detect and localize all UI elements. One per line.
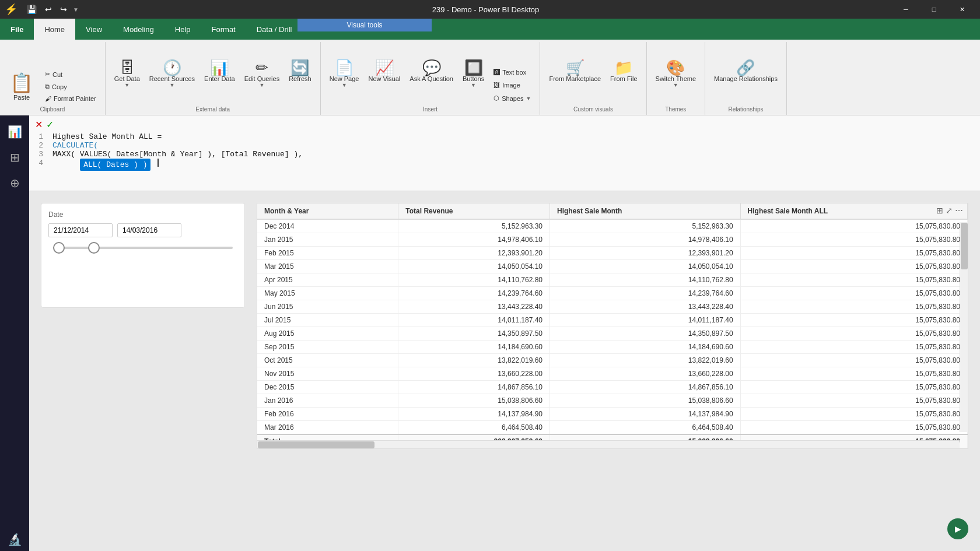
scroll-thumb-vertical[interactable] (961, 223, 968, 269)
switch-theme-arrow: ▼ (673, 82, 678, 88)
tab-file[interactable]: File (0, 19, 34, 40)
switch-theme-button[interactable]: 🎨 Switch Theme ▼ (652, 57, 701, 104)
table-cell: 15,075,830.80 (740, 219, 967, 233)
sidebar-report-icon[interactable]: 📊 (3, 120, 26, 143)
vertical-scrollbar[interactable] (960, 222, 968, 432)
format-painter-button[interactable]: 🖌 Format Painter (41, 93, 100, 104)
enter-data-icon: 📊 (210, 60, 229, 75)
tab-home[interactable]: Home (34, 19, 75, 40)
table-cell: Jan 2015 (257, 233, 398, 247)
data-table: Month & Year Total Revenue Highest Sale … (257, 203, 968, 448)
table-cell: Apr 2015 (257, 273, 398, 287)
manage-relationships-button[interactable]: 🔗 Manage Relationships (710, 57, 782, 104)
formula-controls: ✕ ✓ (35, 119, 974, 130)
subscribe-button[interactable]: ▶ (947, 518, 968, 539)
table-row: Jun 201513,443,228.4013,443,228.4015,075… (257, 300, 968, 314)
table-cell: Sep 2015 (257, 341, 398, 354)
textbox-button[interactable]: 🅰 Text box (489, 67, 535, 78)
quick-access-toolbar: ⚡ 💾 ↩ ↪ ▼ (5, 3, 79, 16)
tab-format[interactable]: Format (201, 19, 246, 40)
table-cell: 14,050,054.10 (550, 260, 741, 273)
table-cell: 14,110,762.80 (398, 273, 550, 287)
from-marketplace-button[interactable]: 🛒 From Marketplace (545, 57, 605, 104)
formula-confirm-button[interactable]: ✓ (46, 119, 54, 130)
slider-thumb-end[interactable] (88, 242, 100, 254)
table-cell: 15,075,830.80 (740, 327, 967, 341)
maximize-button[interactable]: □ (921, 0, 947, 19)
get-data-arrow: ▼ (124, 82, 130, 88)
close-button[interactable]: ✕ (949, 0, 975, 19)
table-cell: Nov 2015 (257, 367, 398, 381)
sidebar-data-icon[interactable]: ⊞ (3, 146, 26, 169)
end-date-input[interactable] (117, 223, 181, 237)
clipboard-inner: 📋 Paste ✂ Cut ⧉ Copy 🖌 Format Painter (5, 69, 100, 104)
dropdown-arrow[interactable]: ▼ (73, 6, 79, 13)
new-visual-icon: 📈 (375, 60, 394, 75)
undo-button[interactable]: ↩ (43, 3, 54, 15)
new-page-button[interactable]: 📄 New Page ▼ (326, 57, 363, 104)
horizontal-scrollbar[interactable] (257, 440, 960, 448)
tab-data-drill[interactable]: Data / Drill (246, 19, 303, 40)
from-file-button[interactable]: 📁 From File (606, 57, 641, 104)
recent-sources-button[interactable]: 🕐 Recent Sources ▼ (145, 57, 199, 104)
themes-buttons: 🎨 Switch Theme ▼ (652, 44, 701, 104)
refresh-button[interactable]: 🔄 Refresh (285, 57, 316, 104)
buttons-button[interactable]: 🔲 Buttons ▼ (459, 57, 488, 104)
external-data-group: 🗄 Get Data ▼ 🕐 Recent Sources ▼ 📊 Enter … (106, 42, 321, 115)
left-sidebar: 📊 ⊞ ⊕ 🔬 (0, 115, 29, 551)
edit-queries-button[interactable]: ✏ Edit Queries ▼ (240, 57, 284, 104)
cut-button[interactable]: ✂ Cut (41, 69, 100, 80)
paste-button[interactable]: 📋 Paste (5, 69, 38, 104)
table-focus-button[interactable]: ⊞ (936, 206, 943, 215)
save-button[interactable]: 💾 (24, 3, 39, 15)
formula-line-4: 4 ALL( Dates ) ) (35, 159, 974, 171)
sidebar-model-icon[interactable]: ⊕ (3, 171, 26, 195)
from-file-icon: 📁 (614, 60, 633, 75)
formula-cancel-button[interactable]: ✕ (35, 119, 43, 130)
selected-code: ALL( Dates ) ) (80, 159, 150, 171)
col-total-revenue: Total Revenue (398, 203, 550, 219)
table-cell: Feb 2015 (257, 247, 398, 260)
recent-sources-icon: 🕐 (163, 60, 181, 75)
ask-question-icon: 💬 (422, 60, 441, 75)
table-cell: 12,393,901.20 (550, 247, 741, 260)
custom-visuals-label: Custom visuals (545, 104, 641, 115)
clipboard-small-buttons: ✂ Cut ⧉ Copy 🖌 Format Painter (41, 69, 100, 104)
start-date-input[interactable] (48, 223, 113, 237)
table-cell: 15,075,830.80 (740, 421, 967, 435)
copy-button[interactable]: ⧉ Copy (41, 81, 100, 92)
table-cell: 15,075,830.80 (740, 273, 967, 287)
table-more-button[interactable]: ⋯ (955, 206, 963, 215)
slider-thumb-start[interactable] (53, 242, 65, 254)
col-month-year: Month & Year (257, 203, 398, 219)
get-data-button[interactable]: 🗄 Get Data ▼ (110, 57, 144, 104)
tab-view[interactable]: View (75, 19, 113, 40)
table-expand-button[interactable]: ⤢ (946, 206, 953, 215)
ask-question-button[interactable]: 💬 Ask A Question (405, 57, 457, 104)
sidebar-analytics-icon[interactable]: 🔬 (3, 528, 26, 551)
scroll-thumb-horizontal[interactable] (258, 441, 374, 448)
tab-help[interactable]: Help (164, 19, 201, 40)
redo-button[interactable]: ↪ (58, 3, 69, 15)
date-slider-track (53, 247, 233, 249)
tab-modeling[interactable]: Modeling (113, 19, 164, 40)
table-cell: 14,350,897.50 (398, 327, 550, 341)
table-cell: 14,110,762.80 (550, 273, 741, 287)
buttons-icon: 🔲 (464, 60, 483, 75)
new-page-icon: 📄 (335, 60, 354, 75)
new-visual-button[interactable]: 📈 New Visual (364, 57, 404, 104)
table-cell: 14,978,406.10 (550, 233, 741, 247)
switch-theme-icon: 🎨 (666, 60, 685, 75)
enter-data-button[interactable]: 📊 Enter Data (200, 57, 239, 104)
shapes-button[interactable]: ⬡ Shapes ▼ (489, 93, 535, 104)
table-cell: 14,184,690.60 (398, 341, 550, 354)
table-cell: 13,660,228.00 (550, 367, 741, 381)
edit-queries-icon: ✏ (256, 60, 268, 75)
clipboard-label: Clipboard (5, 104, 100, 115)
relationships-label: Relationships (710, 104, 782, 115)
table-cell: 14,050,054.10 (398, 260, 550, 273)
image-button[interactable]: 🖼 Image (489, 80, 535, 90)
minimize-button[interactable]: ─ (892, 0, 919, 19)
formula-line-3: 3 MAXX( VALUES( Dates[Month & Year] ), [… (35, 150, 974, 159)
formula-line-1: 1 Highest Sale Month ALL = (35, 132, 974, 141)
